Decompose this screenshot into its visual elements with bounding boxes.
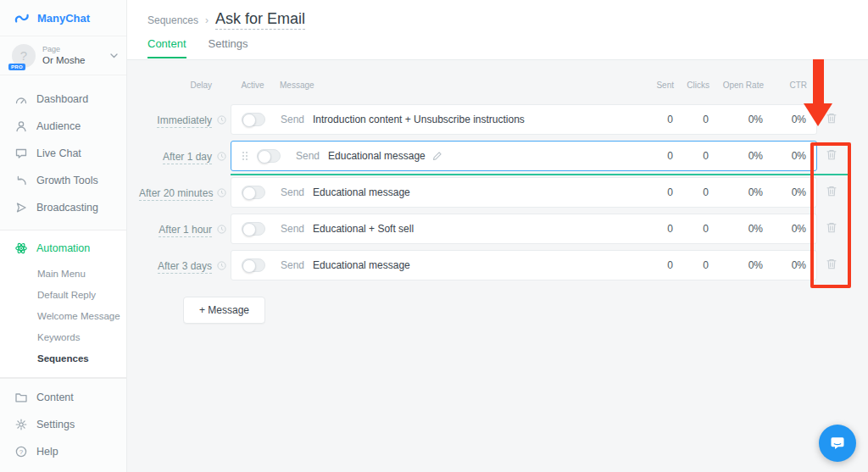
ctr-value: 0%	[763, 223, 806, 235]
page-switcher[interactable]: ? PRO Page Or Moshe	[0, 36, 126, 75]
table-header-row: Delay Active Message Sent Clicks Open Ra…	[139, 75, 848, 94]
open-rate-value: 0%	[709, 150, 763, 162]
active-toggle[interactable]	[242, 258, 265, 272]
main-area: Sequences › Ask for Email Content Settin…	[127, 0, 868, 472]
live-chat-icon	[14, 147, 28, 160]
trash-icon[interactable]	[826, 258, 839, 273]
active-toggle[interactable]	[242, 113, 265, 126]
column-header-clicks: Clicks	[674, 81, 709, 90]
clicks-value: 0	[673, 223, 709, 235]
tab-bar: Content Settings	[147, 37, 868, 58]
column-header-open-rate: Open Rate	[709, 81, 764, 90]
open-rate-value: 0%	[709, 223, 763, 235]
message-title[interactable]: Introduction content + Unsubscribe instr…	[313, 114, 525, 125]
sidebar-item-automation[interactable]: Automation	[0, 234, 126, 263]
delay-link[interactable]: After 1 day	[163, 151, 212, 164]
sidebar-item-help[interactable]: ? Help	[0, 438, 126, 465]
ctr-value: 0%	[763, 186, 806, 198]
audience-icon	[14, 119, 28, 133]
active-toggle[interactable]	[242, 186, 265, 199]
sidebar-item-label: Growth Tools	[36, 175, 98, 186]
drag-handle-icon[interactable]	[242, 151, 250, 161]
settings-icon	[14, 418, 28, 431]
page-title[interactable]: Ask for Email	[215, 10, 305, 30]
message-title[interactable]: Educational + Soft sell	[313, 223, 414, 235]
sidebar-item-live-chat[interactable]: Live Chat	[0, 140, 126, 167]
active-toggle[interactable]	[257, 149, 281, 163]
message-card[interactable]: Send Educational message 0 0 0% 0%	[231, 177, 817, 208]
svg-text:?: ?	[19, 448, 24, 456]
sidebar-item-main-menu[interactable]: Main Menu	[0, 263, 126, 284]
automation-section: Automation Main Menu Default Reply Welco…	[0, 230, 126, 378]
ctr-value: 0%	[763, 150, 806, 162]
trash-icon[interactable]	[826, 112, 839, 127]
main-nav: Dashboard Audience Live Chat Growth Tool…	[0, 75, 126, 230]
open-rate-value: 0%	[709, 186, 763, 198]
broadcasting-icon	[14, 201, 28, 214]
sidebar-item-label: Help	[36, 446, 58, 458]
ctr-value: 0%	[763, 114, 806, 125]
send-label: Send	[281, 223, 304, 235]
sidebar-item-default-reply[interactable]: Default Reply	[0, 284, 126, 305]
message-title[interactable]: Educational message	[313, 186, 410, 198]
page-label: Page	[42, 45, 103, 54]
clock-icon	[217, 261, 226, 270]
sidebar-item-sequences[interactable]: Sequences	[0, 347, 126, 369]
sidebar-item-broadcasting[interactable]: Broadcasting	[0, 194, 126, 221]
manychat-logo-icon	[14, 9, 31, 26]
add-message-button[interactable]: + Message	[183, 297, 265, 324]
sidebar-item-label: Live Chat	[36, 147, 81, 159]
sidebar-item-label: Broadcasting	[36, 202, 98, 214]
tab-content[interactable]: Content	[147, 37, 186, 58]
delay-link[interactable]: After 3 days	[158, 260, 212, 274]
send-label: Send	[281, 186, 304, 198]
intercom-launcher[interactable]	[819, 425, 856, 462]
message-card[interactable]: Send Educational message 0 0 0% 0%	[231, 250, 817, 280]
delay-link[interactable]: Immediately	[157, 114, 212, 128]
sidebar-item-content[interactable]: Content	[0, 384, 126, 411]
sidebar-item-growth-tools[interactable]: Growth Tools	[0, 167, 126, 194]
delay-link[interactable]: After 20 minutes	[139, 187, 213, 201]
column-header-sent: Sent	[640, 81, 674, 90]
message-card[interactable]: Send Educational + Soft sell 0 0 0% 0%	[231, 214, 817, 244]
sidebar: ManyChat ? PRO Page Or Moshe Dashboard A…	[0, 0, 127, 472]
sidebar-item-audience[interactable]: Audience	[0, 113, 126, 140]
send-label: Send	[296, 150, 320, 162]
trash-icon[interactable]	[826, 221, 839, 236]
message-title[interactable]: Educational message	[313, 259, 410, 271]
sidebar-item-settings[interactable]: Settings	[0, 411, 126, 438]
trash-icon[interactable]	[826, 185, 839, 200]
app-window: ManyChat ? PRO Page Or Moshe Dashboard A…	[0, 0, 868, 472]
pro-badge: PRO	[8, 64, 25, 70]
message-card[interactable]: Send Educational message 0 0 0% 0%	[231, 141, 817, 171]
breadcrumb-sequences-link[interactable]: Sequences	[147, 14, 198, 26]
column-header-delay: Delay	[139, 81, 212, 90]
help-icon: ?	[14, 445, 28, 458]
pencil-icon[interactable]	[432, 151, 442, 161]
sidebar-item-dashboard[interactable]: Dashboard	[0, 86, 126, 113]
message-card[interactable]: Send Introduction content + Unsubscribe …	[231, 104, 817, 135]
trash-icon[interactable]	[826, 148, 839, 164]
sidebar-item-keywords[interactable]: Keywords	[0, 326, 126, 347]
column-header-active: Active	[241, 81, 264, 90]
sequence-row: After 1 day Send Educational message 0 0…	[139, 141, 848, 171]
sidebar-item-label: Dashboard	[36, 93, 88, 105]
clock-icon	[217, 225, 226, 234]
page-header: Sequences › Ask for Email Content Settin…	[127, 0, 868, 60]
clicks-value: 0	[673, 186, 709, 198]
sidebar-item-welcome-message[interactable]: Welcome Message	[0, 305, 126, 326]
sequence-row: Immediately Send Introduction content + …	[139, 104, 848, 135]
brand-header[interactable]: ManyChat	[0, 0, 126, 36]
brand-name: ManyChat	[37, 12, 90, 25]
active-toggle[interactable]	[242, 222, 265, 236]
sequence-table: Delay Active Message Sent Clicks Open Ra…	[127, 60, 868, 472]
delay-link[interactable]: After 1 hour	[159, 224, 212, 237]
clicks-value: 0	[673, 259, 709, 271]
tab-settings[interactable]: Settings	[209, 37, 248, 58]
clicks-value: 0	[673, 114, 709, 125]
message-title[interactable]: Educational message	[328, 150, 426, 162]
clock-icon	[217, 152, 226, 161]
content-icon	[14, 391, 28, 404]
sidebar-item-label: Automation	[36, 242, 90, 254]
breadcrumb: Sequences › Ask for Email	[147, 10, 868, 30]
